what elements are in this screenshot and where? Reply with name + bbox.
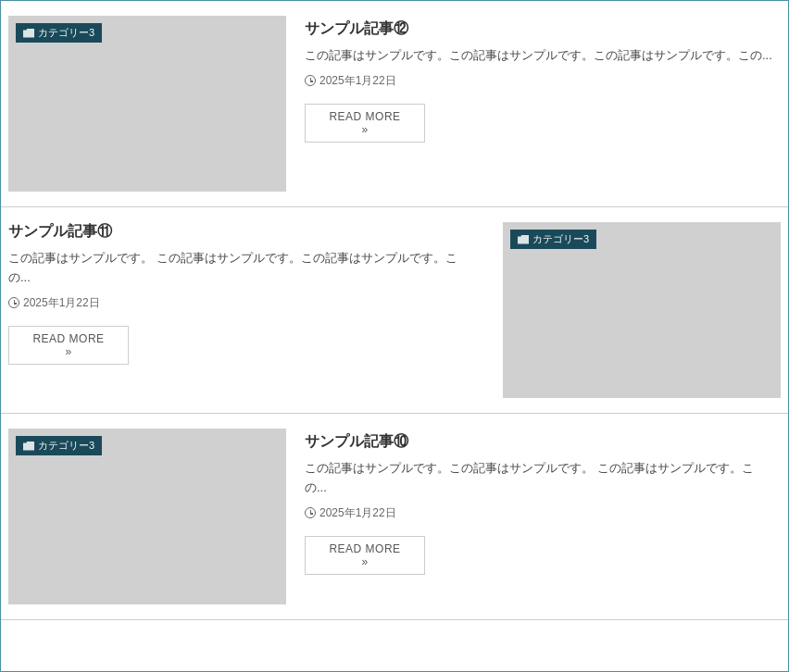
read-more-button-10[interactable]: READ MORE » (305, 536, 425, 575)
article-row-11: サンプル記事⑪ この記事はサンプルです。 この記事はサンプルです。この記事はサン… (1, 207, 788, 414)
clock-icon-10 (305, 507, 316, 518)
article-date-11: 2025年1月22日 (8, 295, 466, 311)
date-text-11: 2025年1月22日 (23, 295, 100, 311)
article-thumbnail-10: カテゴリー3 (8, 429, 286, 604)
read-more-button-11[interactable]: READ MORE » (8, 326, 129, 365)
article-thumbnail-11: カテゴリー3 (503, 222, 781, 398)
article-content-11: サンプル記事⑪ この記事はサンプルです。 この記事はサンプルです。この記事はサン… (8, 222, 484, 398)
article-date-12: 2025年1月22日 (305, 73, 773, 89)
date-text-10: 2025年1月22日 (319, 505, 396, 521)
folder-icon-11 (518, 235, 529, 244)
article-excerpt-12: この記事はサンプルです。この記事はサンプルです。この記事はサンプルです。この..… (305, 46, 773, 66)
article-title-12: サンプル記事⑫ (305, 19, 773, 39)
category-badge-12: カテゴリー3 (16, 23, 102, 43)
category-label-11: カテゴリー3 (532, 232, 589, 246)
article-thumbnail-12: カテゴリー3 (8, 16, 286, 192)
article-title-11: サンプル記事⑪ (8, 222, 466, 242)
date-text-12: 2025年1月22日 (319, 73, 396, 89)
category-badge-11: カテゴリー3 (510, 230, 596, 249)
category-label-12: カテゴリー3 (38, 26, 94, 40)
folder-icon-12 (23, 29, 34, 38)
clock-icon-11 (8, 297, 19, 308)
article-date-10: 2025年1月22日 (305, 505, 773, 521)
article-content-12: サンプル記事⑫ この記事はサンプルです。この記事はサンプルです。この記事はサンプ… (305, 16, 781, 192)
article-content-10: サンプル記事⑩ この記事はサンプルです。この記事はサンプルです。 この記事はサン… (305, 429, 781, 604)
article-row-10: カテゴリー3 サンプル記事⑩ この記事はサンプルです。この記事はサンプルです。 … (1, 414, 788, 620)
read-more-button-12[interactable]: READ MORE » (305, 104, 425, 143)
clock-icon-12 (305, 75, 316, 86)
category-badge-10: カテゴリー3 (16, 436, 102, 455)
article-title-10: サンプル記事⑩ (305, 432, 773, 452)
category-label-10: カテゴリー3 (38, 439, 94, 453)
folder-icon-10 (23, 442, 34, 451)
article-excerpt-11: この記事はサンプルです。 この記事はサンプルです。この記事はサンプルです。この.… (8, 249, 466, 288)
article-excerpt-10: この記事はサンプルです。この記事はサンプルです。 この記事はサンプルです。この.… (305, 459, 773, 498)
article-row-12: カテゴリー3 サンプル記事⑫ この記事はサンプルです。この記事はサンプルです。こ… (1, 1, 788, 207)
